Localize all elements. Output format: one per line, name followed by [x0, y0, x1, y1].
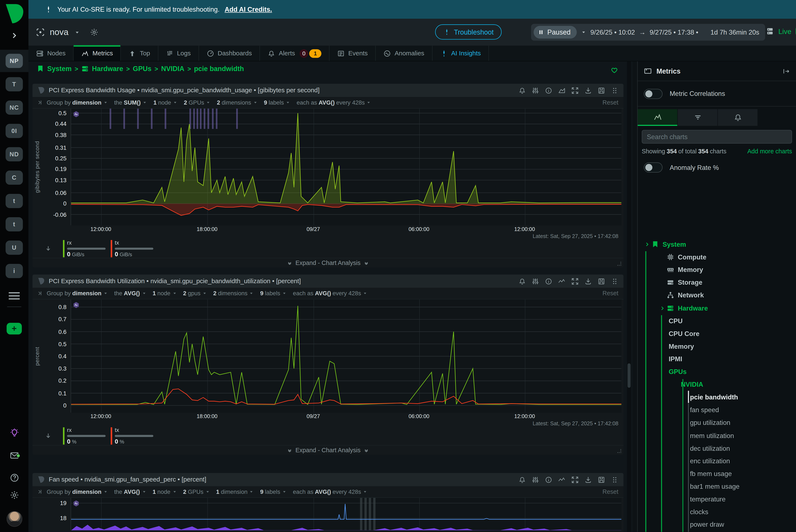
time-range-picker[interactable]: Paused 9/26/25 • 10:02 → 9/27/25 • 17:38… [531, 24, 765, 40]
tree-item-fb-mem-usage[interactable]: fb mem usage [638, 467, 796, 480]
tree-item-cpu[interactable]: CPU [638, 315, 796, 327]
groupby-segment[interactable]: 1 node [153, 99, 178, 106]
sliders-icon[interactable] [532, 476, 539, 483]
tab-anomalies[interactable]: Anomalies [376, 45, 432, 61]
bell-icon[interactable] [518, 476, 526, 483]
workspace-item-t[interactable]: t [5, 194, 23, 208]
tree-item-pcie-bandwidth[interactable]: pcie bandwidth [638, 391, 796, 404]
groupby-segment[interactable]: each as AVG() every 428s [293, 489, 368, 495]
tree-item-dec-utilization[interactable]: dec utilization [638, 442, 796, 455]
user-avatar[interactable] [6, 511, 22, 527]
chevron-down-icon[interactable] [581, 30, 586, 35]
groupby-segment[interactable]: 1 node [152, 290, 177, 297]
save-icon[interactable] [597, 476, 605, 483]
add-ai-credits-link[interactable]: Add AI Credits. [224, 5, 272, 13]
scrollbar-thumb[interactable] [628, 363, 630, 388]
sidebar-tab-funnel[interactable] [678, 109, 718, 126]
expand-icon[interactable] [571, 278, 579, 285]
legend-item-rx[interactable]: rx0% [63, 427, 106, 444]
collapse-sidebar-icon[interactable] [782, 67, 790, 75]
workspace-item-U[interactable]: U [5, 241, 23, 255]
save-icon[interactable] [597, 278, 605, 285]
download-icon[interactable] [585, 476, 592, 483]
workspace-item-T[interactable]: T [5, 77, 23, 91]
tree-item-performance-state[interactable]: performance state [638, 531, 796, 532]
tree-item-memory[interactable]: Memory [638, 263, 796, 276]
download-icon[interactable] [585, 87, 592, 94]
tree-item-gpus[interactable]: GPUs [638, 365, 796, 378]
breadcrumb-item[interactable]: NVIDIA [161, 65, 184, 73]
chart-expand-button[interactable]: Expand - Chart Analysis [33, 445, 624, 455]
tree-item-hardware[interactable]: Hardware [638, 302, 796, 315]
tab-nodes[interactable]: Nodes [29, 45, 74, 61]
tree-item-bar1-mem-usage[interactable]: bar1 mem usage [638, 480, 796, 493]
collapse-icon[interactable] [38, 489, 44, 495]
groupby-segment[interactable]: 2 GPUs [183, 489, 210, 495]
save-icon[interactable] [597, 87, 605, 94]
tab-events[interactable]: Events [330, 45, 376, 61]
resize-grip-icon[interactable] [616, 448, 622, 454]
live-status[interactable]: Live 1 [766, 26, 796, 37]
breadcrumb-item[interactable]: System [47, 65, 72, 73]
workspace-item-C[interactable]: C [5, 171, 23, 185]
tab-alerts[interactable]: Alerts01 [260, 45, 330, 61]
legend-item-rx[interactable]: rx0GiB/s [63, 240, 106, 257]
groupby-segment[interactable]: Group by dimension [47, 489, 108, 495]
groupby-segment[interactable]: Group by dimension [47, 290, 108, 297]
tree-item-storage[interactable]: Storage [638, 276, 796, 289]
tree-item-clocks[interactable]: clocks [638, 506, 796, 518]
tab-logs[interactable]: Logs [158, 45, 199, 61]
area-icon[interactable] [558, 87, 566, 94]
legend-item-tx[interactable]: tx0% [111, 427, 153, 444]
space-selector[interactable]: nova [35, 27, 98, 37]
sidebar-tab-chart[interactable] [638, 109, 678, 126]
ideas-icon[interactable] [10, 428, 19, 437]
add-workspace-button[interactable]: + [6, 323, 22, 335]
sidebar-expand-icon[interactable] [10, 32, 18, 39]
tree-item-gpu-utilization[interactable]: gpu utilization [638, 416, 796, 429]
bell-icon[interactable] [518, 87, 526, 94]
space-settings-icon[interactable] [90, 28, 98, 37]
info-icon[interactable] [545, 87, 552, 94]
groupby-segment[interactable]: 9 labels [264, 99, 291, 106]
tree-item-enc-utilization[interactable]: enc utilization [638, 455, 796, 467]
reset-button[interactable]: Reset [603, 99, 618, 106]
groupby-segment[interactable]: 2 gpus [183, 290, 207, 297]
arrow-down-icon[interactable] [45, 245, 52, 252]
info-icon[interactable] [545, 476, 552, 483]
anomaly-rate-toggle[interactable] [644, 163, 663, 173]
tab-dashboards[interactable]: Dashboards [199, 45, 260, 61]
tree-item-fan-speed[interactable]: fan speed [638, 404, 796, 416]
chevron-right-icon[interactable] [660, 305, 665, 311]
tree-item-ipmi[interactable]: IPMI [638, 353, 796, 365]
chevron-down-icon[interactable] [74, 29, 80, 35]
grip-icon[interactable] [611, 87, 618, 94]
groupby-segment[interactable]: 1 dimension [216, 489, 254, 495]
chart-expand-button[interactable]: Expand - Chart Analysis [33, 258, 624, 267]
collapse-icon[interactable] [38, 99, 44, 106]
chart-plot-area[interactable] [71, 109, 622, 225]
tree-item-temperature[interactable]: temperature [638, 493, 796, 506]
sidebar-tab-bell[interactable] [718, 109, 758, 126]
metric-correlations-toggle[interactable] [644, 89, 663, 99]
chart-plot-area[interactable] [71, 498, 622, 530]
favorite-heart-icon[interactable] [610, 66, 618, 74]
groupby-segment[interactable]: each as AVG() every 428s [297, 99, 371, 106]
groupby-segment[interactable]: the AVG() [114, 489, 146, 495]
tree-item-mem-utilization[interactable]: mem utilization [638, 429, 796, 442]
legend-item-tx[interactable]: tx0GiB/s [111, 240, 153, 257]
resize-grip-icon[interactable] [616, 260, 622, 266]
linec-icon[interactable] [558, 278, 566, 285]
breadcrumb-item[interactable]: Hardware [92, 65, 123, 73]
expand-icon[interactable] [571, 87, 579, 94]
groupby-segment[interactable]: 2 dimensions [217, 99, 258, 106]
tree-item-nvidia[interactable]: NVIDIA [638, 378, 796, 391]
help-icon[interactable] [10, 473, 19, 482]
info-icon[interactable] [545, 278, 552, 285]
sliders-icon[interactable] [532, 87, 539, 94]
sliders-icon[interactable] [532, 278, 539, 285]
tab-ai-insights[interactable]: AI Insights [432, 45, 489, 61]
breadcrumb[interactable]: System>Hardware>GPUs>NVIDIA>pcie bandwid… [37, 65, 244, 73]
reset-button[interactable]: Reset [603, 488, 618, 495]
breadcrumb-item[interactable]: GPUs [133, 65, 151, 73]
